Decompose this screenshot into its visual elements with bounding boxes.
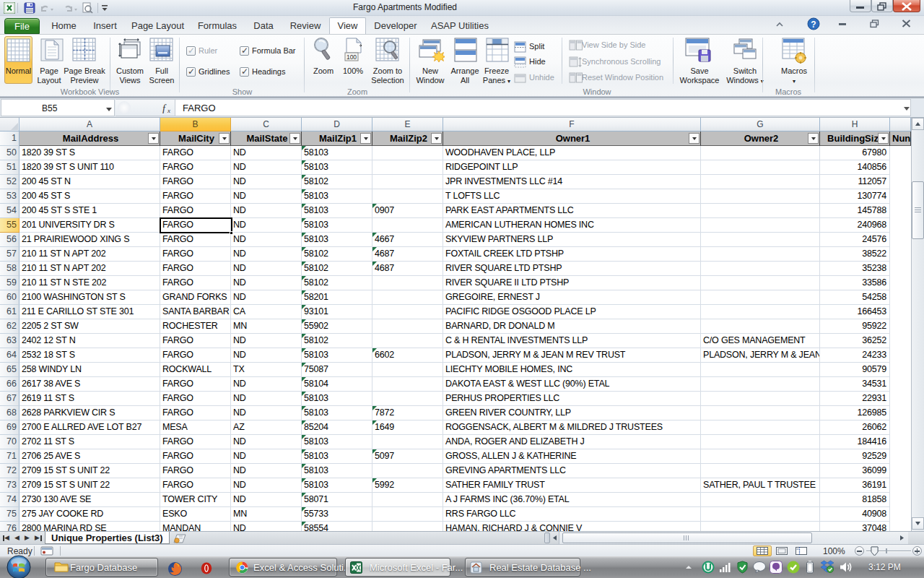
svg-text:?: ? <box>811 20 816 30</box>
svg-text:x: x <box>167 107 170 113</box>
svg-text:100: 100 <box>346 53 357 61</box>
svg-text:f: f <box>162 103 167 113</box>
